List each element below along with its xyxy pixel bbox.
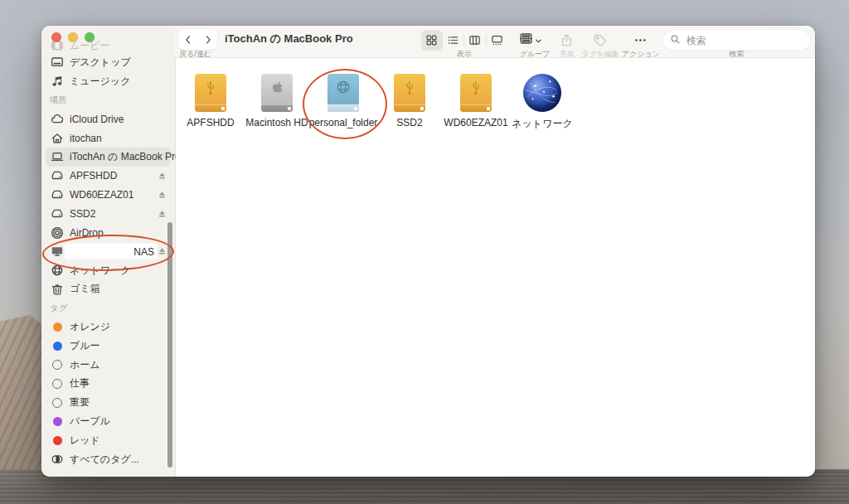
zoom-button[interactable] [85, 32, 95, 42]
view-list-button[interactable] [443, 30, 464, 51]
sidebar-item-label: APFSHDD [70, 170, 117, 182]
sidebar-item--[interactable]: デスクトップ [41, 53, 175, 72]
view-grid-button[interactable] [421, 30, 443, 51]
sidebar-item-label: AirDrop [70, 227, 104, 239]
volume-label: ネットワーク [512, 117, 572, 131]
sidebar-item-ssd2[interactable]: SSD2 [41, 204, 175, 223]
sidebar-item--[interactable]: パープル [41, 412, 175, 431]
eject-icon[interactable] [158, 209, 167, 218]
sidebar-item--[interactable]: ゴミ箱 [41, 280, 175, 299]
network-globe-icon [523, 74, 561, 112]
view-switcher [421, 30, 507, 51]
sidebar-item-wd60ezaz01[interactable]: WD60EZAZ01 [41, 186, 175, 205]
all-tags-icon [50, 453, 65, 466]
window-controls [51, 32, 95, 42]
back-button[interactable] [178, 29, 197, 50]
sidebar-item-label: デスクトップ [70, 56, 131, 70]
sidebar-item-airdrop[interactable]: AirDrop [41, 223, 175, 242]
volume-grid: APFSHDDMacintosh HDpersonal_folderSSD2WD… [177, 74, 575, 131]
search-label: 検索 [663, 49, 810, 60]
sidebar-item-label: SSD2 [70, 208, 95, 220]
sidebar-item-label: ブルー [70, 339, 100, 353]
internal-drive-icon [261, 74, 293, 112]
volume-label: SSD2 [396, 117, 422, 128]
masked-label-box: NAS [65, 244, 157, 259]
actions-button[interactable] [633, 30, 648, 51]
sidebar-item-label: ゴミ箱 [70, 282, 100, 296]
desktop-icon [50, 56, 65, 69]
group-button[interactable] [519, 30, 542, 51]
chevron-down-icon [533, 33, 542, 48]
sidebar-item--[interactable]: 重要 [41, 393, 175, 412]
globe-grid-icon [50, 264, 65, 277]
eject-icon[interactable] [158, 190, 167, 199]
edit-tags-button[interactable] [593, 30, 607, 51]
volume-item-ssd2[interactable]: SSD2 [376, 74, 443, 131]
volume-item-personal_folder[interactable]: personal_folder [310, 74, 376, 131]
view-label: 表示 [421, 49, 507, 60]
sidebar-item--[interactable]: レッド [41, 431, 175, 450]
sidebar-item-label: レッド [70, 434, 100, 448]
home-icon [50, 132, 65, 145]
volume-item-wd60ezaz01[interactable]: WD60EZAZ01 [443, 74, 509, 131]
volume-item-macintosh-hd[interactable]: Macintosh HD [244, 74, 310, 131]
sidebar-item--[interactable]: ホーム [41, 356, 175, 375]
search-input[interactable] [685, 34, 803, 47]
trash-icon [50, 283, 65, 296]
external-drive-icon [460, 74, 492, 112]
forward-button[interactable] [198, 29, 217, 50]
music-icon [50, 75, 65, 88]
volume-label: APFSHDD [187, 117, 234, 128]
sidebar-item--[interactable]: すべてのタグ... [41, 450, 175, 469]
tag-circle [50, 396, 65, 410]
hdd-icon [50, 188, 65, 201]
sidebar-item-icloud-drive[interactable]: iCloud Drive [41, 109, 175, 128]
toolbar: 戻る/進む iTochAn の MacBook Pro 表示 グループ 共有 タ… [175, 26, 815, 58]
airdrop-icon [50, 226, 65, 240]
tag-dot [50, 415, 65, 429]
sidebar-scrollbar[interactable] [167, 222, 172, 468]
sidebar-item-apfshdd[interactable]: APFSHDD [41, 167, 175, 186]
share-button[interactable] [560, 30, 574, 51]
close-button[interactable] [51, 32, 61, 42]
sidebar-item-label: ミュージック [70, 75, 130, 89]
sidebar-item-itochan-macbook-pro[interactable]: iTochAn の MacBook Pro [46, 148, 171, 167]
sidebar-list: ムービーデスクトップミュージック場所iCloud DriveitochaniTo… [41, 26, 175, 469]
nav-label: 戻る/進む [179, 49, 211, 60]
sidebar-item--[interactable]: ネットワーク [41, 261, 175, 280]
sidebar-item--[interactable]: ブルー [41, 337, 175, 356]
group-icon [519, 32, 533, 49]
sidebar-item-label: iCloud Drive [70, 114, 124, 125]
sidebar-item-label: itochan [70, 133, 102, 144]
finder-window: ムービーデスクトップミュージック場所iCloud DriveitochaniTo… [41, 26, 815, 477]
volume-label: Macintosh HD [245, 117, 308, 128]
tag-dot [50, 321, 65, 334]
search-field[interactable] [663, 30, 810, 51]
sidebar-item-label: 仕事 [70, 376, 90, 390]
sidebar-item--[interactable]: 仕事 [41, 375, 175, 394]
volume-label: WD60EZAZ01 [444, 117, 507, 128]
sidebar-item--[interactable]: オレンジ [41, 317, 175, 337]
volume-item-apfshdd[interactable]: APFSHDD [177, 74, 244, 131]
volume-item--[interactable]: ネットワーク [509, 74, 575, 131]
network-drive-icon [327, 74, 359, 112]
window-title: iTochAn の MacBook Pro [225, 26, 353, 52]
hdd-icon [50, 207, 65, 220]
sidebar-item-label: オレンジ [70, 320, 110, 334]
view-columns-button[interactable] [464, 30, 486, 51]
laptop-icon [50, 150, 65, 163]
view-gallery-button[interactable] [487, 30, 508, 51]
eject-icon[interactable] [158, 172, 167, 181]
cloud-icon [50, 113, 65, 126]
sidebar-item-itochan[interactable]: itochan [41, 128, 175, 148]
minimize-button[interactable] [68, 32, 78, 42]
sidebar-item-nas[interactable]: NAS [41, 242, 175, 261]
display-icon [50, 245, 65, 258]
sidebar: ムービーデスクトップミュージック場所iCloud DriveitochaniTo… [41, 26, 176, 477]
tag-circle [50, 377, 65, 390]
hdd-icon [50, 169, 65, 182]
sidebar-item-label: 重要 [70, 395, 90, 410]
eject-icon[interactable] [158, 247, 167, 256]
search-icon [670, 33, 681, 48]
sidebar-item--[interactable]: ミュージック [41, 72, 175, 91]
